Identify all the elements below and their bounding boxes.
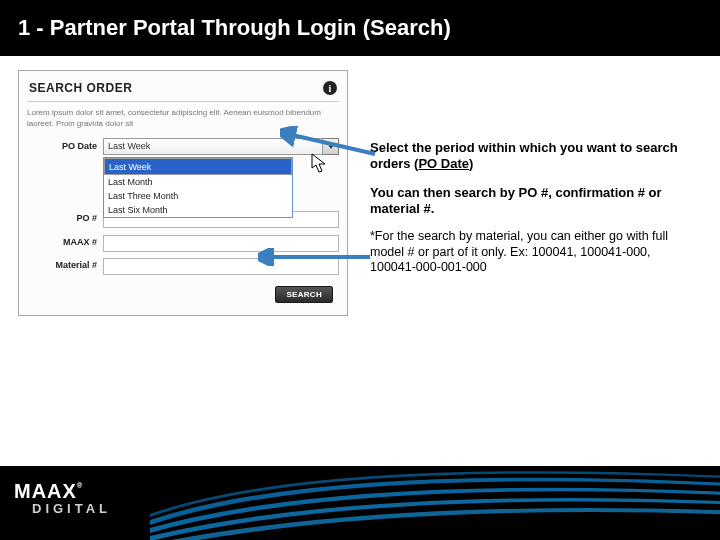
content-area: SEARCH ORDER i Lorem ipsum dolor sit ame… [0,56,720,316]
swoosh-graphic [150,466,720,540]
dropdown-option[interactable]: Last Month [104,175,292,189]
explanation-text: Select the period within which you want … [370,140,690,288]
footer: MAAX® DIGITAL [0,466,720,540]
dropdown-option[interactable]: Last Week [104,158,292,175]
slide-title: 1 - Partner Portal Through Login (Search… [18,15,451,41]
search-button[interactable]: SEARCH [275,286,333,303]
po-date-label: PO Date [27,141,103,151]
explain-line-3: *For the search by material, you can eit… [370,229,690,276]
maax-number-label: MAAX # [27,237,103,247]
material-number-label: Material # [27,260,103,270]
po-date-dropdown[interactable]: Last Week Last Month Last Three Month La… [103,157,293,218]
brand-main: MAAX® [14,480,111,503]
search-button-row: SEARCH [27,279,339,305]
registered-icon: ® [77,482,83,489]
explain-line-2: You can then search by PO #, confirmatio… [370,185,690,218]
po-number-label: PO # [27,213,103,223]
cursor-icon [311,153,329,175]
info-icon: i [323,81,337,95]
title-bar: 1 - Partner Portal Through Login (Search… [0,0,720,56]
panel-header-title: SEARCH ORDER [29,81,132,95]
arrow-icon [258,248,376,266]
arrow-icon [280,126,380,160]
panel-header: SEARCH ORDER i [27,77,339,102]
svg-line-1 [288,134,375,154]
dropdown-option[interactable]: Last Six Month [104,203,292,217]
brand-logo: MAAX® DIGITAL [14,480,111,516]
explain-line-1: Select the period within which you want … [370,140,690,173]
dropdown-option[interactable]: Last Three Month [104,189,292,203]
brand-sub: DIGITAL [14,501,111,516]
search-order-panel: SEARCH ORDER i Lorem ipsum dolor sit ame… [18,70,348,316]
